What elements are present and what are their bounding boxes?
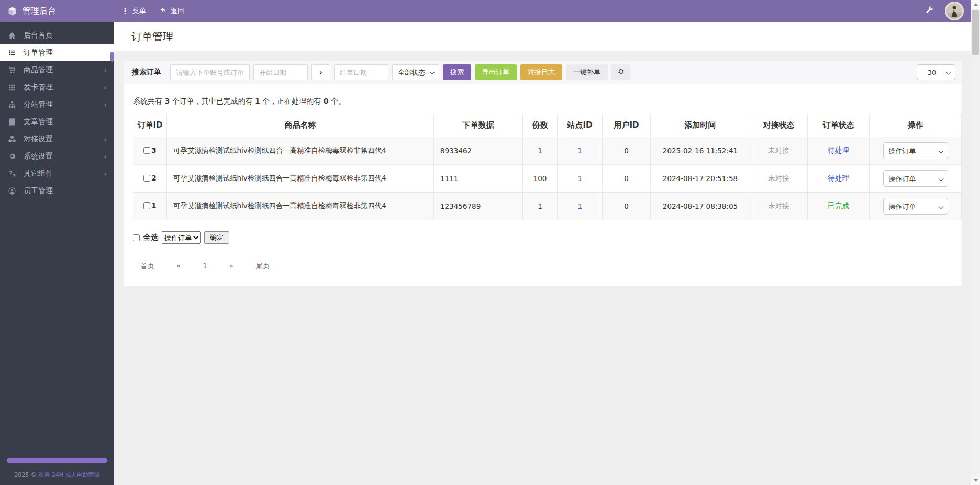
sidebar-item-grid[interactable]: 发卡管理‹ xyxy=(0,78,114,96)
footer-shop-link[interactable]: 欢喜 24H 成人自助商城 xyxy=(38,471,99,478)
sidebar-item-user[interactable]: 员工管理 xyxy=(0,182,114,199)
app-title: 管理后台 xyxy=(23,6,56,17)
sidebar-item-cart[interactable]: 商品管理‹ xyxy=(0,61,114,78)
sidebar-item-gears[interactable]: 其它组件‹ xyxy=(0,165,114,182)
order-status[interactable]: 待处理 xyxy=(828,174,849,182)
select-all-checkbox[interactable] xyxy=(133,234,140,241)
site-id-link[interactable]: 1 xyxy=(577,174,582,183)
cube-logo-icon xyxy=(7,6,17,16)
search-button[interactable]: 搜索 xyxy=(443,64,471,80)
sidebar-item-label: 对接设置 xyxy=(24,134,53,144)
status-select-wrap: 全部状态 xyxy=(392,64,439,80)
column-header: 商品名称 xyxy=(167,114,434,137)
row-action-select-wrap: 操作订单 xyxy=(883,142,948,159)
column-header: 添加时间 xyxy=(651,114,750,137)
reply-arrow-icon xyxy=(160,7,167,16)
sidebar-item-book[interactable]: 文章管理 xyxy=(0,113,114,130)
total-count: 3 xyxy=(164,97,170,105)
cart-icon xyxy=(7,66,17,74)
order-status[interactable]: 待处理 xyxy=(828,146,849,154)
user-id: 0 xyxy=(624,174,629,183)
pagination-first[interactable]: 首页 xyxy=(140,262,154,271)
export-orders-button[interactable]: 导出订单 xyxy=(475,64,517,80)
column-header: 站点ID xyxy=(558,114,603,137)
order-row: 1可孕艾滋病检测试纸hiv检测纸四合一高精准自检梅毒双检非第四代41234567… xyxy=(133,193,962,220)
link-status: 未对接 xyxy=(768,146,789,154)
site-id-link[interactable]: 1 xyxy=(577,202,582,210)
pagination-next[interactable]: » xyxy=(229,262,233,271)
row-action-select[interactable]: 操作订单 xyxy=(883,142,948,159)
page-header: 订单管理 xyxy=(114,22,971,51)
gears-icon xyxy=(7,170,17,178)
vertical-dots-icon: ⋮ xyxy=(121,7,129,15)
table-header-row: 订单ID商品名称下单数据份数站点ID用户ID添加时间对接状态订单状态操作 xyxy=(133,114,962,137)
main-content: 订单管理 搜索订单 › 全部状态 搜索 导出订单 对接日志 一键补单 30 xyxy=(114,22,971,485)
pagination-last[interactable]: 尾页 xyxy=(255,262,270,271)
chevron-left-icon: ‹ xyxy=(104,66,107,74)
orders-table: 订单ID商品名称下单数据份数站点ID用户ID添加时间对接状态订单状态操作 3可孕… xyxy=(133,114,962,220)
page-title: 订单管理 xyxy=(131,30,173,44)
refresh-button[interactable] xyxy=(611,64,630,80)
date-range-chevron-icon: › xyxy=(311,64,330,80)
bulk-action-select[interactable]: 操作订单 xyxy=(162,231,201,244)
sidebar-vertical-scrollbar[interactable] xyxy=(110,52,114,62)
pagination-page-1[interactable]: 1 xyxy=(203,262,207,271)
sidebar-nav: 后台首页订单管理商品管理‹发卡管理‹分站管理‹文章管理对接设置‹系统设置‹其它组… xyxy=(0,22,114,199)
back-button[interactable]: 返回 xyxy=(160,6,184,16)
wrench-icon[interactable] xyxy=(925,6,933,16)
home-icon xyxy=(7,31,17,40)
status-select[interactable]: 全部状态 xyxy=(392,64,439,80)
browser-scrollbar[interactable] xyxy=(971,0,980,485)
keyword-input[interactable] xyxy=(170,64,250,80)
reissue-button[interactable]: 一键补单 xyxy=(566,64,608,80)
start-date-input[interactable] xyxy=(253,64,308,80)
scrollbar-down-arrow[interactable] xyxy=(971,476,980,485)
row-checkbox[interactable] xyxy=(143,175,150,182)
menu-toggle[interactable]: ⋮ 菜单 xyxy=(121,6,146,16)
refresh-icon xyxy=(617,67,625,77)
scrollbar-up-arrow[interactable] xyxy=(971,0,980,9)
order-status: 已完成 xyxy=(828,201,849,210)
sidebar-item-home[interactable]: 后台首页 xyxy=(0,27,114,44)
order-id: 3 xyxy=(151,146,156,154)
link-log-button[interactable]: 对接日志 xyxy=(520,64,562,80)
order-qty: 1 xyxy=(538,202,542,210)
sidebar-item-list[interactable]: 订单管理 xyxy=(0,44,114,61)
row-action-select[interactable]: 操作订单 xyxy=(883,170,948,187)
sidebar-item-sitemap[interactable]: 分站管理‹ xyxy=(0,96,114,113)
book-icon xyxy=(7,118,17,126)
row-action-select[interactable]: 操作订单 xyxy=(883,198,948,215)
user-avatar[interactable] xyxy=(945,2,964,20)
column-header: 下单数据 xyxy=(434,114,523,137)
scrollbar-thumb[interactable] xyxy=(972,10,979,55)
row-checkbox[interactable] xyxy=(143,202,150,209)
sidebar-item-label: 商品管理 xyxy=(24,65,53,75)
list-icon xyxy=(7,49,17,57)
search-orders-label: 搜索订单 xyxy=(132,67,161,77)
topbar-menu: ⋮ 菜单 返回 xyxy=(114,6,184,16)
sidebar-item-label: 发卡管理 xyxy=(24,83,53,92)
order-qty: 1 xyxy=(538,146,542,155)
confirm-button[interactable]: 确定 xyxy=(204,231,229,244)
link-status: 未对接 xyxy=(768,174,789,182)
sidebar-item-label: 分站管理 xyxy=(24,100,53,109)
column-header: 订单状态 xyxy=(808,114,870,137)
order-id: 2 xyxy=(151,174,156,182)
end-date-input[interactable] xyxy=(334,64,388,80)
pagination-prev[interactable]: « xyxy=(176,262,181,271)
user-id: 0 xyxy=(624,146,629,155)
chevron-left-icon: ‹ xyxy=(104,135,107,143)
sidebar-horizontal-scrollbar[interactable] xyxy=(7,458,107,463)
page-size-select[interactable]: 30 xyxy=(917,64,955,80)
orders-card: 搜索订单 › 全部状态 搜索 导出订单 对接日志 一键补单 30 系统共有 3 … xyxy=(124,61,962,286)
created-time: 2024-08-17 20:51:58 xyxy=(663,174,738,183)
row-checkbox[interactable] xyxy=(143,147,150,154)
sidebar-item-cubes[interactable]: 对接设置‹ xyxy=(0,130,114,148)
site-id-link[interactable]: 1 xyxy=(577,146,582,155)
app-brand[interactable]: 管理后台 xyxy=(0,6,114,17)
sidebar-item-label: 其它组件 xyxy=(24,169,53,178)
chevron-left-icon: ‹ xyxy=(104,100,107,109)
done-count: 1 xyxy=(255,97,260,105)
sidebar-item-gear[interactable]: 系统设置‹ xyxy=(0,148,114,165)
created-time: 2024-08-17 08:38:05 xyxy=(663,202,738,210)
